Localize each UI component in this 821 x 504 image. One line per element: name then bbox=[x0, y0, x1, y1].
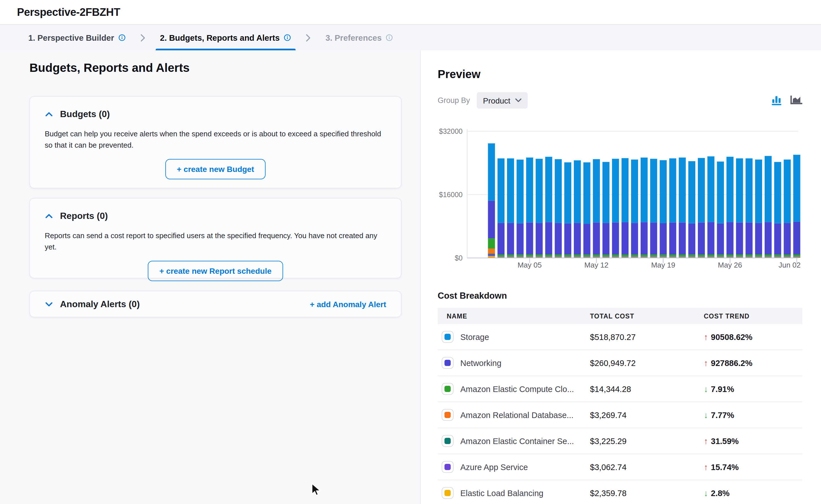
svg-text:$0: $0 bbox=[455, 254, 463, 262]
create-budget-button[interactable]: + create new Budget bbox=[165, 159, 265, 179]
preview-panel: Preview Group By Product $0 bbox=[420, 50, 821, 504]
group-by-dropdown[interactable]: Product bbox=[477, 92, 528, 109]
legend-swatch bbox=[442, 487, 453, 499]
trend-up-arrow-icon: ↑ bbox=[704, 359, 708, 367]
trend-down-arrow-icon: ↓ bbox=[704, 489, 708, 497]
wizard-tab-bar: 1. Perspective Builder 2. Budgets, Repor… bbox=[0, 25, 821, 50]
page-title: Perspective-2FBZHT bbox=[17, 6, 120, 18]
tab-preferences[interactable]: 3. Preferences bbox=[320, 25, 399, 50]
trend-down-arrow-icon: ↓ bbox=[704, 385, 708, 393]
budgets-description: Budget can help you receive alerts when … bbox=[45, 128, 386, 151]
total-cost-value: $3,269.74 bbox=[590, 402, 704, 428]
settings-column: Budgets, Reports and Alerts Budgets (0) … bbox=[0, 50, 420, 504]
column-header-name: NAME bbox=[438, 308, 590, 324]
trend-value: 15.74% bbox=[711, 462, 739, 471]
reports-description: Reports can send a cost report to specif… bbox=[45, 230, 386, 253]
trend-value: 927886.2% bbox=[711, 358, 753, 367]
trend-value: 90508.62% bbox=[711, 332, 753, 341]
legend-swatch bbox=[442, 409, 453, 421]
trend-up-arrow-icon: ↑ bbox=[704, 333, 708, 341]
cost-table-body: Storage$518,870.27↑90508.62%Networking$2… bbox=[438, 324, 802, 504]
service-name: Amazon Relational Database... bbox=[460, 410, 573, 419]
group-by-row: Group By Product bbox=[438, 92, 802, 109]
total-cost-value: $3,225.29 bbox=[590, 428, 704, 454]
total-cost-value: $260,949.72 bbox=[590, 350, 704, 376]
area-chart-icon[interactable] bbox=[790, 96, 802, 105]
trend-down-arrow-icon: ↓ bbox=[704, 411, 708, 419]
expand-chevron-down-icon[interactable] bbox=[45, 301, 53, 307]
trend-value: 31.59% bbox=[711, 436, 739, 445]
legend-swatch bbox=[442, 383, 453, 395]
create-report-schedule-button[interactable]: + create new Report schedule bbox=[148, 261, 283, 281]
budgets-title: Budgets (0) bbox=[60, 109, 110, 119]
tab-label: 3. Preferences bbox=[326, 33, 382, 42]
table-row: Azure App Service$3,062.74↑15.74% bbox=[438, 454, 802, 480]
collapse-chevron-up-icon[interactable] bbox=[45, 213, 53, 219]
collapse-chevron-up-icon[interactable] bbox=[45, 111, 53, 118]
cost-preview-chart: $0$16000$32000May 05May 12May 19May 26Ju… bbox=[438, 121, 802, 272]
bar-chart-icon[interactable] bbox=[772, 96, 783, 105]
trend-value: 2.8% bbox=[711, 488, 730, 497]
total-cost-value: $14,344.28 bbox=[590, 376, 704, 402]
service-name-cell: Azure App Service bbox=[438, 454, 590, 480]
trend-up-arrow-icon: ↑ bbox=[704, 463, 708, 471]
anomaly-alerts-title: Anomaly Alerts (0) bbox=[60, 299, 140, 309]
service-name: Networking bbox=[460, 358, 501, 367]
service-name-cell: Elastic Load Balancing bbox=[438, 480, 590, 504]
total-cost-value: $2,359.78 bbox=[590, 480, 704, 504]
table-header-row: NAME TOTAL COST COST TREND bbox=[438, 308, 802, 324]
group-by-label: Group By bbox=[438, 96, 470, 105]
trend-up-arrow-icon: ↑ bbox=[704, 437, 708, 445]
column-header-total-cost: TOTAL COST bbox=[590, 308, 704, 324]
add-anomaly-alert-link[interactable]: + add Anomaly Alert bbox=[310, 300, 386, 309]
tab-perspective-builder[interactable]: 1. Perspective Builder bbox=[23, 25, 131, 50]
table-row: Amazon Elastic Compute Clo...$14,344.28↓… bbox=[438, 376, 802, 402]
section-heading: Budgets, Reports and Alerts bbox=[29, 62, 420, 74]
svg-text:$16000: $16000 bbox=[439, 191, 463, 199]
service-name: Amazon Elastic Compute Clo... bbox=[460, 384, 574, 393]
cost-trend-cell: ↓7.77% bbox=[704, 410, 802, 419]
tab-label: 2. Budgets, Reports and Alerts bbox=[160, 33, 280, 42]
svg-text:May 19: May 19 bbox=[651, 261, 675, 269]
chevron-right-icon bbox=[140, 34, 145, 42]
service-name-cell: Storage bbox=[438, 324, 590, 350]
preview-chart-svg: $0$16000$32000May 05May 12May 19May 26Ju… bbox=[438, 121, 802, 269]
column-header-cost-trend: COST TREND bbox=[704, 308, 802, 324]
chart-type-toggles bbox=[772, 96, 802, 105]
cost-trend-cell: ↑90508.62% bbox=[704, 332, 802, 341]
legend-swatch bbox=[442, 461, 453, 473]
svg-text:May 26: May 26 bbox=[718, 261, 742, 269]
info-icon[interactable] bbox=[118, 34, 125, 41]
trend-value: 7.91% bbox=[711, 384, 734, 393]
total-cost-value: $3,062.74 bbox=[590, 454, 704, 480]
table-row: Elastic Load Balancing$2,359.78↓2.8% bbox=[438, 480, 802, 504]
chevron-right-icon bbox=[306, 34, 311, 42]
chevron-down-icon bbox=[515, 98, 522, 102]
service-name: Azure App Service bbox=[460, 462, 528, 471]
cost-breakdown-table: NAME TOTAL COST COST TREND Storage$518,8… bbox=[438, 308, 802, 504]
cost-breakdown-title: Cost Breakdown bbox=[438, 291, 802, 301]
svg-text:Jun 02: Jun 02 bbox=[779, 261, 801, 269]
anomaly-alerts-card: Anomaly Alerts (0) + add Anomaly Alert bbox=[29, 291, 401, 317]
tab-budgets-reports-alerts[interactable]: 2. Budgets, Reports and Alerts bbox=[154, 25, 297, 50]
legend-swatch bbox=[442, 435, 453, 447]
svg-text:May 05: May 05 bbox=[517, 261, 541, 269]
title-bar: Perspective-2FBZHT bbox=[0, 0, 821, 25]
svg-text:$32000: $32000 bbox=[439, 127, 463, 135]
tab-label: 1. Perspective Builder bbox=[28, 33, 114, 42]
service-name-cell: Amazon Elastic Compute Clo... bbox=[438, 376, 590, 402]
reports-title: Reports (0) bbox=[60, 211, 108, 221]
cost-trend-cell: ↑927886.2% bbox=[704, 358, 802, 367]
table-row: Amazon Relational Database...$3,269.74↓7… bbox=[438, 402, 802, 428]
cost-trend-cell: ↑15.74% bbox=[704, 462, 802, 471]
cost-trend-cell: ↑31.59% bbox=[704, 436, 802, 445]
service-name: Elastic Load Balancing bbox=[460, 488, 543, 497]
info-icon[interactable] bbox=[284, 34, 291, 41]
preview-title: Preview bbox=[438, 68, 802, 80]
total-cost-value: $518,870.27 bbox=[590, 324, 704, 350]
legend-swatch bbox=[442, 357, 453, 369]
info-icon[interactable] bbox=[386, 34, 393, 41]
cost-trend-cell: ↓2.8% bbox=[704, 488, 802, 497]
table-row: Amazon Elastic Container Se...$3,225.29↑… bbox=[438, 428, 802, 454]
table-row: Storage$518,870.27↑90508.62% bbox=[438, 324, 802, 350]
